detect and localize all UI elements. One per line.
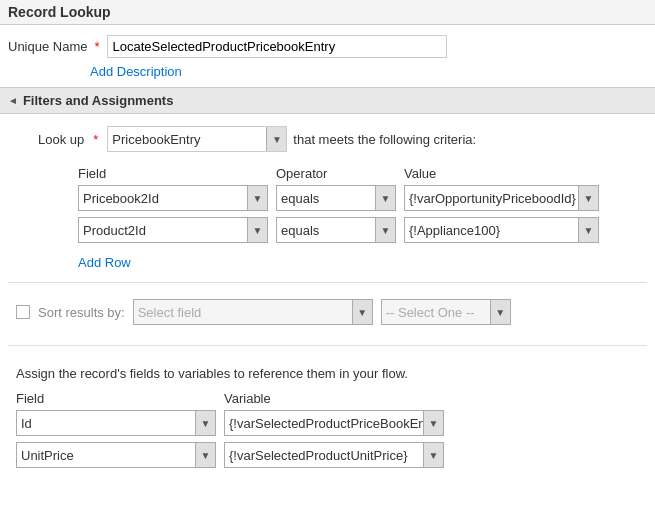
filters-section-body: Look up * PricebookEntry ▼ that meets th…	[0, 114, 655, 490]
assign-row: UnitPrice ▼ {!varSelectedProductUnitPric…	[16, 442, 639, 468]
filters-section-header: ◄ Filters and Assignments	[0, 87, 655, 114]
assign-variable-2-arrow[interactable]: ▼	[423, 443, 443, 467]
filter-operator-2[interactable]: equals ▼	[276, 217, 396, 243]
assign-col-headers: Field Variable	[16, 391, 639, 406]
lookup-label: Look up	[38, 132, 84, 147]
filter-value-1-arrow[interactable]: ▼	[578, 186, 598, 210]
filter-grid: Field Operator Value Pricebook2Id ▼ equa…	[8, 166, 647, 243]
filter-field-2[interactable]: Product2Id ▼	[78, 217, 268, 243]
unique-name-label: Unique Name	[8, 39, 88, 54]
lookup-object-arrow[interactable]: ▼	[266, 127, 286, 151]
col-header-field: Field	[78, 166, 268, 181]
filter-field-2-value: Product2Id	[79, 221, 247, 240]
add-description-link[interactable]: Add Description	[0, 62, 655, 87]
divider	[8, 282, 647, 283]
filter-value-2-text: {!Appliance100}	[405, 221, 578, 240]
sort-field-dropdown[interactable]: Select field ▼	[133, 299, 373, 325]
lookup-required: *	[93, 132, 98, 147]
page-title: Record Lookup	[0, 0, 655, 25]
sort-order-placeholder: -- Select One --	[382, 303, 490, 322]
assign-row: Id ▼ {!varSelectedProductPriceBookEnti ▼	[16, 410, 639, 436]
filter-field-2-arrow[interactable]: ▼	[247, 218, 267, 242]
filter-value-2[interactable]: {!Appliance100} ▼	[404, 217, 599, 243]
assign-variable-2[interactable]: {!varSelectedProductUnitPrice} ▼	[224, 442, 444, 468]
assign-description: Assign the record's fields to variables …	[16, 366, 639, 381]
unique-name-input[interactable]	[107, 35, 447, 58]
filter-row: Pricebook2Id ▼ equals ▼ {!varOpportunity…	[78, 185, 647, 211]
filter-operator-1[interactable]: equals ▼	[276, 185, 396, 211]
filters-section-title: Filters and Assignments	[23, 93, 174, 108]
section-collapse-icon[interactable]: ◄	[8, 95, 18, 106]
lookup-object-dropdown[interactable]: PricebookEntry ▼	[107, 126, 287, 152]
filter-operator-2-value: equals	[277, 221, 375, 240]
filter-operator-1-value: equals	[277, 189, 375, 208]
assign-field-1[interactable]: Id ▼	[16, 410, 216, 436]
filter-row: Product2Id ▼ equals ▼ {!Appliance100} ▼	[78, 217, 647, 243]
filter-operator-2-arrow[interactable]: ▼	[375, 218, 395, 242]
sort-field-arrow[interactable]: ▼	[352, 300, 372, 324]
assign-variable-2-value: {!varSelectedProductUnitPrice}	[225, 446, 423, 465]
sort-checkbox[interactable]	[16, 305, 30, 319]
sort-field-placeholder: Select field	[134, 303, 352, 322]
lookup-row: Look up * PricebookEntry ▼ that meets th…	[8, 126, 647, 152]
col-header-value: Value	[404, 166, 599, 181]
assign-col-header-field: Field	[16, 391, 216, 406]
assign-field-2[interactable]: UnitPrice ▼	[16, 442, 216, 468]
assign-variable-1[interactable]: {!varSelectedProductPriceBookEnti ▼	[224, 410, 444, 436]
assign-field-1-arrow[interactable]: ▼	[195, 411, 215, 435]
lookup-object-value: PricebookEntry	[108, 130, 266, 149]
assign-variable-1-value: {!varSelectedProductPriceBookEnti	[225, 414, 423, 433]
filter-col-headers: Field Operator Value	[78, 166, 647, 181]
add-row-link[interactable]: Add Row	[8, 255, 131, 270]
sort-order-dropdown[interactable]: -- Select One -- ▼	[381, 299, 511, 325]
assign-field-2-arrow[interactable]: ▼	[195, 443, 215, 467]
filter-field-1-arrow[interactable]: ▼	[247, 186, 267, 210]
filter-field-1[interactable]: Pricebook2Id ▼	[78, 185, 268, 211]
filter-operator-1-arrow[interactable]: ▼	[375, 186, 395, 210]
assign-variable-1-arrow[interactable]: ▼	[423, 411, 443, 435]
col-header-operator: Operator	[276, 166, 396, 181]
required-indicator: *	[95, 39, 100, 54]
assign-field-2-value: UnitPrice	[17, 446, 195, 465]
sort-row: Sort results by: Select field ▼ -- Selec…	[8, 295, 647, 333]
filter-value-2-arrow[interactable]: ▼	[578, 218, 598, 242]
filter-field-1-value: Pricebook2Id	[79, 189, 247, 208]
sort-order-arrow[interactable]: ▼	[490, 300, 510, 324]
divider-2	[8, 345, 647, 346]
filter-value-1-text: {!varOpportunityPriceboodId}	[405, 189, 578, 208]
assign-field-1-value: Id	[17, 414, 195, 433]
sort-label: Sort results by:	[38, 305, 125, 320]
assign-col-header-variable: Variable	[224, 391, 444, 406]
filter-value-1[interactable]: {!varOpportunityPriceboodId} ▼	[404, 185, 599, 211]
criteria-text: that meets the following criteria:	[293, 132, 476, 147]
assign-section: Assign the record's fields to variables …	[8, 358, 647, 482]
